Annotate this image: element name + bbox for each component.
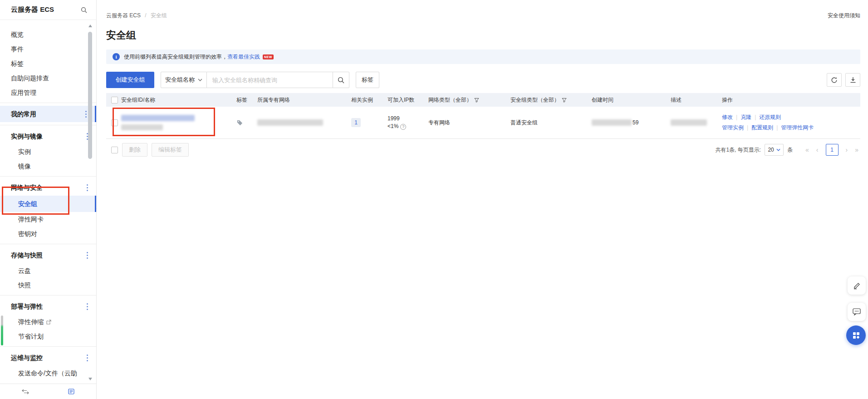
action-divider: | [747,124,748,131]
page-size-select[interactable]: 20 [765,144,784,156]
action-configure-rules[interactable]: 配置规则 [751,124,773,131]
ip-quota-percent-line: <1%? [387,123,428,130]
description-cell [671,119,722,126]
breadcrumb-separator: / [145,12,146,19]
chevron-down-icon [198,79,202,81]
download-icon [850,77,856,83]
sidebar-item-auto-scaling[interactable]: 弹性伸缩 [0,315,96,329]
sidebar-divider [0,295,96,296]
action-clone[interactable]: 克隆 [740,114,751,120]
col-sg-type[interactable]: 安全组类型（全部） [510,96,592,104]
help-icon[interactable]: ? [400,124,406,130]
more-dots-icon[interactable] [85,111,87,118]
sidebar-item-savings-plans[interactable]: 节省计划 [0,329,96,344]
sidebar-scrollbar[interactable] [88,22,93,381]
scrollbar-thumb[interactable] [88,32,92,159]
sidebar-item-events[interactable]: 事件 [0,42,96,56]
sidebar: 云服务器 ECS 概览 事件 标签 自助问题排查 应用管理 我的常用 实例与镜像… [0,0,97,399]
ip-quota-percent: <1% [387,123,398,129]
vpc-link-redacted[interactable] [257,119,323,126]
sg-id-link-redacted[interactable] [121,115,195,121]
breadcrumb-root[interactable]: 云服务器 ECS [106,12,141,19]
sidebar-group-ops-monitoring[interactable]: 运维与监控 [0,350,96,366]
sidebar-group-deploy-elasticity[interactable]: 部署与弹性 [0,298,96,315]
refresh-button[interactable] [827,73,842,87]
sidebar-group-favorites[interactable]: 我的常用 [0,106,96,122]
breadcrumb: 云服务器 ECS / 安全组 [106,12,167,20]
filter-funnel-icon[interactable] [474,98,479,103]
support-chat-button[interactable] [848,303,866,321]
sidebar-divider [0,176,96,177]
filter-funnel-icon[interactable] [562,98,567,103]
search-button[interactable] [333,72,349,88]
sidebar-item-key-pairs[interactable]: 密钥对 [0,227,96,241]
action-modify[interactable]: 修改 [722,114,733,120]
col-actions: 操作 [722,96,860,104]
sidebar-group-network-security[interactable]: 网络与安全 [0,179,96,196]
scroll-up-icon[interactable] [88,25,92,27]
best-practice-link[interactable]: 查看最佳实践 [227,54,260,60]
footer-select-all-checkbox[interactable] [111,147,118,153]
created-time-suffix: 59 [633,119,638,126]
sidebar-item-app-management[interactable]: 应用管理 [0,85,96,100]
filter-field-dropdown[interactable]: 安全组名称 [161,72,207,88]
action-divider: | [736,114,737,120]
sidebar-group-instances-images[interactable]: 实例与镜像 [0,128,96,144]
row-checkbox[interactable] [111,119,118,126]
sidebar-item-self-troubleshoot[interactable]: 自助问题排查 [0,71,96,85]
sidebar-search-icon[interactable] [81,7,87,13]
swap-nav-icon[interactable] [22,389,29,394]
action-divider: | [755,114,756,120]
page-size-unit: 条 [787,146,793,154]
download-button[interactable] [845,73,860,87]
sidebar-group-label: 我的常用 [11,106,36,122]
last-page-button[interactable]: » [853,146,860,153]
main-content: 云服务器 ECS / 安全组 安全使用须知 安全组 i 使用前缀列表提高安全组规… [97,0,868,399]
sidebar-item-instances[interactable]: 实例 [0,144,96,159]
edit-tags-button[interactable]: 编辑标签 [152,143,189,157]
widgets-button[interactable] [846,325,866,345]
current-page-button[interactable]: 1 [826,144,839,156]
sidebar-group-label: 运维与监控 [11,350,43,366]
feedback-edit-button[interactable] [848,276,866,295]
col-ip-quota: 可加入IP数 [387,96,428,104]
tag-icon[interactable] [236,119,243,126]
security-notice-link[interactable]: 安全使用须知 [828,12,860,20]
sidebar-item-disks[interactable]: 云盘 [0,263,96,278]
sidebar-item-images[interactable]: 镜像 [0,159,96,173]
sg-type-cell: 普通安全组 [510,119,592,127]
delete-button[interactable]: 删除 [122,143,147,157]
col-network-type[interactable]: 网络类型（全部） [428,96,510,104]
col-created-time: 创建时间 [592,96,671,104]
col-label: 安全组类型（全部） [510,96,559,104]
next-page-button[interactable]: › [844,146,850,153]
action-manage-enis[interactable]: 管理弹性网卡 [781,124,814,131]
info-icon: i [113,53,120,60]
sidebar-item-label: 弹性伸缩 [18,315,44,329]
sidebar-item-snapshots[interactable]: 快照 [0,278,96,292]
first-page-button[interactable]: « [804,146,811,153]
search-input[interactable] [207,72,333,88]
action-manage-instances[interactable]: 管理实例 [722,124,744,131]
apps-grid-icon [852,331,860,340]
scroll-down-icon[interactable] [88,378,92,380]
sidebar-group-label: 存储与快照 [11,247,43,263]
sidebar-item-tags[interactable]: 标签 [0,56,96,71]
action-restore-rules[interactable]: 还原规则 [759,114,781,120]
sidebar-item-enis[interactable]: 弹性网卡 [0,212,96,227]
ip-quota-cell: 1999 <1%? [387,115,428,130]
tag-filter-button[interactable]: 标签 [356,72,379,88]
create-security-group-button[interactable]: 创建安全组 [106,72,154,88]
sidebar-item-overview[interactable]: 概览 [0,27,96,42]
sidebar-group-label: 实例与镜像 [11,128,43,144]
prev-page-button[interactable]: ‹ [814,146,820,153]
instance-count-badge[interactable]: 1 [351,118,361,127]
toolbar-spacer [379,72,823,88]
select-all-checkbox[interactable] [111,97,118,103]
search-group: 安全组名称 [161,72,349,88]
sidebar-item-security-groups[interactable]: 安全组 [0,196,96,212]
sidebar-item-send-command[interactable]: 发送命令/文件（云助 [0,366,96,380]
docs-panel-icon[interactable] [68,389,74,394]
sidebar-group-storage-snapshots[interactable]: 存储与快照 [0,247,96,263]
col-sg-id-name[interactable]: 安全组ID/名称 [121,96,236,104]
